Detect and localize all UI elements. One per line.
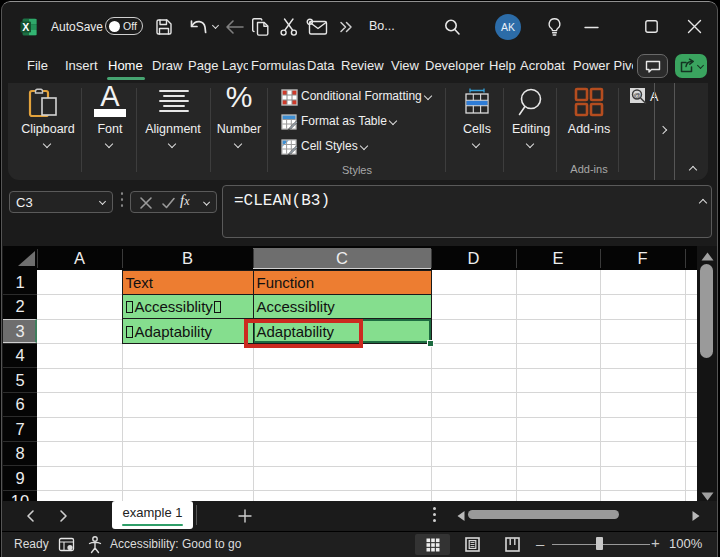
svg-text:@: @ bbox=[633, 91, 641, 100]
svg-text:X: X bbox=[22, 21, 29, 33]
